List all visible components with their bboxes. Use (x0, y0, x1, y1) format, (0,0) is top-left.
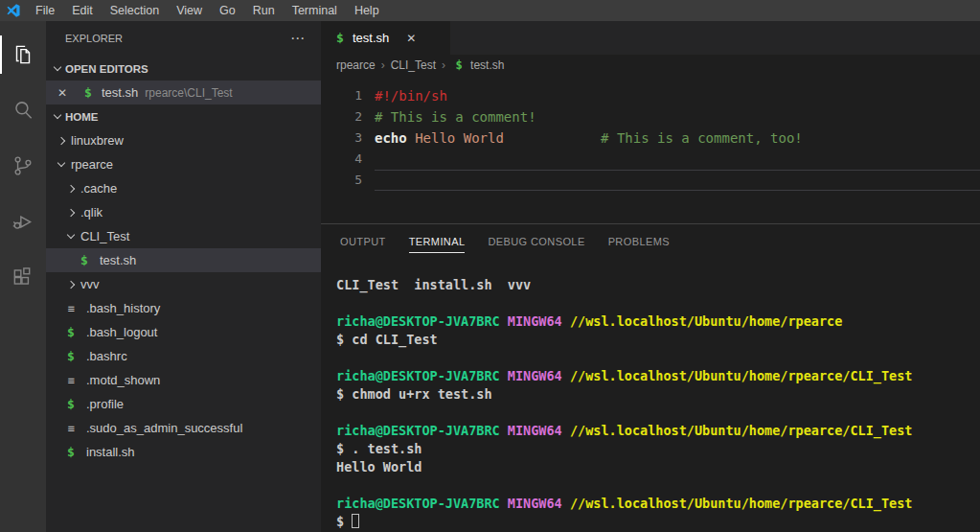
tree-item-bash-logout[interactable]: $.bash_logout (46, 320, 321, 344)
open-editor-test-sh[interactable]: ✕$test.shrpearce\CLI_Test (46, 81, 321, 104)
menu-item-terminal[interactable]: Terminal (284, 0, 346, 21)
chevron-right-icon (63, 282, 79, 288)
tree-item-bash-history[interactable]: ≡.bash_history (46, 296, 321, 320)
menu-item-file[interactable]: File (27, 0, 63, 21)
terminal-line: $ (336, 513, 980, 531)
file-icon: ≡ (63, 422, 79, 435)
tree-item-cli-test[interactable]: CLI_Test (46, 224, 321, 248)
menu-item-go[interactable]: Go (211, 0, 244, 21)
terminal-cursor (352, 514, 359, 528)
chevron-right-icon (63, 210, 79, 216)
panel-tab-problems[interactable]: PROBLEMS (608, 231, 670, 253)
line-content (375, 170, 980, 191)
more-actions-icon[interactable]: ⋯ (290, 30, 321, 47)
chevron-down-icon (63, 235, 79, 238)
activity-bar (0, 21, 46, 532)
tree-item-linuxbrew[interactable]: linuxbrew (46, 128, 321, 152)
terminal-line: richa@DESKTOP-JVA7BRC MINGW64 //wsl.loca… (336, 495, 980, 513)
tree-item-test-sh[interactable]: $test.sh (46, 248, 321, 272)
panel-tab-debug-console[interactable]: DEBUG CONSOLE (488, 231, 584, 253)
open-editor-label: test.sh (102, 85, 138, 100)
tree-item-vvv[interactable]: vvv (46, 272, 321, 296)
terminal-line: richa@DESKTOP-JVA7BRC MINGW64 //wsl.loca… (336, 367, 980, 385)
tree-item-motd-shown[interactable]: ≡.motd_shown (46, 368, 321, 392)
tree-item-label: test.sh (100, 253, 136, 267)
chevron-right-icon (54, 138, 69, 144)
vscode-logo-icon (6, 3, 21, 18)
file-icon: ≡ (63, 374, 79, 387)
breadcrumb: rpearce›CLI_Test›$test.sh (321, 55, 980, 76)
tree-item-label: .sudo_as_admin_successful (86, 421, 242, 435)
line-number: 5 (321, 170, 362, 191)
run-debug-icon[interactable] (0, 194, 46, 249)
line-content: #!/bin/sh (375, 85, 980, 106)
explorer-sidebar: EXPLORER ⋯ OPEN EDITORS ✕$test.shrpearce… (46, 21, 321, 532)
line-content (375, 149, 980, 170)
line-number: 2 (321, 106, 362, 127)
tree-item-profile[interactable]: $.profile (46, 392, 321, 416)
panel-tab-terminal[interactable]: TERMINAL (409, 231, 466, 253)
terminal-line: richa@DESKTOP-JVA7BRC MINGW64 //wsl.loca… (336, 312, 980, 331)
terminal-line: richa@DESKTOP-JVA7BRC MINGW64 //wsl.loca… (336, 422, 980, 440)
tree-item-label: rpearce (71, 157, 113, 172)
terminal-line: $ chmod u+rx test.sh (336, 385, 980, 404)
code-line-3: 3echo Hello World # This is a comment, t… (321, 127, 980, 149)
terminal-line (336, 294, 980, 312)
close-icon[interactable]: ✕ (406, 32, 416, 45)
panel-tab-output[interactable]: OUTPUT (340, 231, 386, 253)
shell-file-icon: $ (63, 349, 79, 363)
breadcrumb-separator-icon: › (442, 58, 445, 72)
terminal-line: $ cd CLI_Test (336, 331, 980, 349)
open-editors-header[interactable]: OPEN EDITORS (46, 57, 321, 81)
tree-item-label: .cache (80, 181, 117, 196)
menu-item-view[interactable]: View (168, 0, 211, 21)
shell-file-icon: $ (80, 85, 96, 100)
tab-bar: $ test.sh ✕ (321, 21, 980, 55)
line-number: 4 (321, 149, 362, 170)
shell-file-icon: $ (451, 58, 467, 72)
menu-item-selection[interactable]: Selection (102, 0, 168, 21)
bottom-panel: OUTPUTTERMINALDEBUG CONSOLEPROBLEMS CLI_… (321, 223, 980, 532)
breadcrumb-label: test.sh (470, 58, 504, 72)
terminal-line: $ . test.sh (336, 440, 980, 458)
tree-item-bashrc[interactable]: $.bashrc (46, 344, 321, 368)
line-number: 3 (321, 127, 362, 149)
source-control-icon[interactable] (0, 138, 46, 194)
tree-item-label: .qlik (80, 205, 103, 220)
menu-item-edit[interactable]: Edit (63, 0, 102, 21)
tree-item-qlik[interactable]: .qlik (46, 200, 321, 224)
tree-item-install-sh[interactable]: $install.sh (46, 440, 321, 464)
code-editor[interactable]: 1#!/bin/sh2# This is a comment!3echo Hel… (321, 76, 980, 223)
menu-item-help[interactable]: Help (346, 0, 388, 21)
vscode-window: FileEditSelectionViewGoRunTerminalHelp E… (0, 0, 980, 532)
tree-item-label: .bashrc (86, 349, 127, 363)
tree-item-label: .bash_history (86, 301, 160, 315)
chevron-down-icon (54, 163, 69, 166)
file-icon: ≡ (63, 302, 79, 315)
code-line-2: 2# This is a comment! (321, 106, 980, 127)
home-section-label: HOME (65, 111, 99, 123)
tree-item-rpearce[interactable]: rpearce (46, 152, 321, 176)
shell-file-icon: $ (77, 253, 92, 267)
extensions-icon[interactable] (0, 249, 46, 305)
files-icon[interactable] (0, 27, 46, 82)
menu-item-run[interactable]: Run (244, 0, 284, 21)
home-section-header[interactable]: HOME (46, 104, 321, 128)
tree-item-sudo-as-admin-successful[interactable]: ≡.sudo_as_admin_successful (46, 416, 321, 440)
tree-item-label: CLI_Test (80, 229, 129, 243)
line-content: # This is a comment! (375, 106, 980, 127)
menu-bar: FileEditSelectionViewGoRunTerminalHelp (27, 0, 388, 21)
terminal[interactable]: CLI_Test install.sh vvv richa@DESKTOP-JV… (321, 259, 980, 532)
close-icon[interactable]: ✕ (57, 86, 73, 100)
breadcrumb-item-rpearce[interactable]: rpearce (336, 58, 376, 72)
tree-item-label: .motd_shown (86, 373, 160, 387)
tab-test-sh[interactable]: $ test.sh ✕ (321, 21, 450, 55)
terminal-line (336, 349, 980, 367)
code-line-1: 1#!/bin/sh (321, 85, 980, 106)
search-icon[interactable] (0, 82, 46, 138)
sidebar-title: EXPLORER (65, 33, 123, 44)
breadcrumb-item-test-sh[interactable]: $test.sh (451, 58, 504, 72)
tree-item-cache[interactable]: .cache (46, 176, 321, 200)
breadcrumb-item-cli-test[interactable]: CLI_Test (391, 58, 436, 72)
shell-file-icon: $ (63, 445, 79, 459)
